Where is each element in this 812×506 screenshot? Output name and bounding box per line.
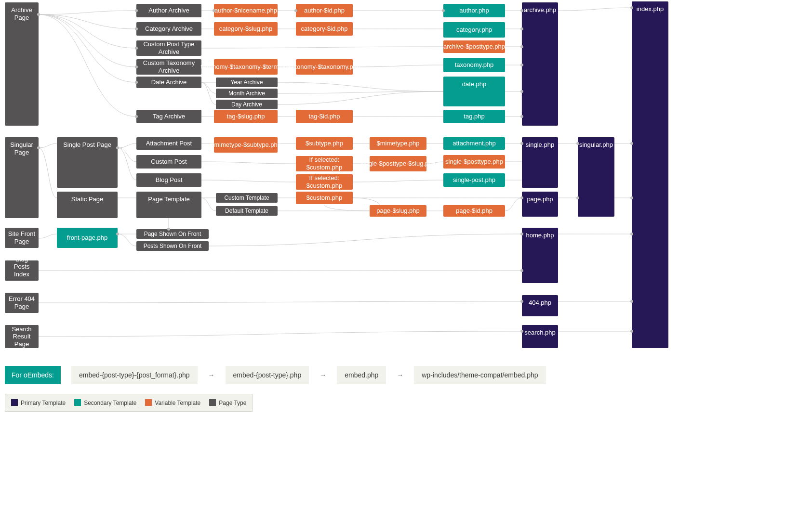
front-page-php: front-page.php (57, 228, 118, 248)
attachment-post: Attachment Post (136, 137, 201, 150)
root-site-front-page: Site Front Page (5, 228, 39, 248)
custom-post-type-archive: Custom Post Type Archive (136, 40, 201, 56)
legend-secondary: Secondary Template (74, 399, 136, 406)
archive-php: archive.php (522, 2, 558, 126)
tag-slug-php: tag-$slug.php (214, 110, 278, 123)
oembed-step-0: embed-{post-type}-{post_format}.php (71, 366, 198, 384)
oembed-step-3: wp-includes/theme-compat/embed.php (414, 366, 546, 384)
legend-page-type: Page Type (209, 399, 246, 406)
category-php: category.php (443, 22, 505, 38)
category-id-php: category-$id.php (296, 22, 353, 36)
day-archive: Day Archive (216, 100, 278, 109)
taxonomy-taxonomy-php: taxonomy-$taxonomy.php (296, 59, 353, 75)
oembed-title: For oEmbeds: (5, 366, 61, 384)
date-php: date.php (443, 77, 505, 106)
page-template: Page Template (136, 192, 201, 218)
single-posttype-slug-php: single-$posttype-$slug.php (370, 156, 426, 171)
arrow-icon: → (208, 371, 215, 379)
taxonomy-php: taxonomy.php (443, 58, 505, 72)
page-php: page.php (522, 192, 558, 217)
author-id-php: author-$id.php (296, 4, 353, 17)
oembed-step-2: embed.php (337, 366, 386, 384)
author-php: author.php (443, 4, 505, 17)
default-template: Default Template (216, 206, 278, 216)
mimetype-php: $mimetype.php (370, 137, 426, 150)
custom-php: $custom.php (296, 192, 353, 204)
single-php: single.php (522, 137, 558, 188)
singular-php: singular.php (578, 137, 614, 217)
attachment-php: attachment.php (443, 137, 505, 150)
diagram-canvas: Archive Page Singular Page Site Front Pa… (0, 0, 812, 506)
root-archive-page: Archive Page (5, 2, 39, 126)
year-archive: Year Archive (216, 78, 278, 87)
category-slug-php: category-$slug.php (214, 22, 278, 36)
tag-archive: Tag Archive (136, 110, 201, 123)
search-php: search.php (522, 325, 558, 348)
category-archive: Category Archive (136, 22, 201, 36)
month-archive: Month Archive (216, 89, 278, 98)
single-posttype-php: single-$posttype.php (443, 155, 505, 169)
root-blog-posts-index: Blog Posts Index page (5, 260, 39, 281)
custom-taxonomy-archive: Custom Taxonomy Archive (136, 59, 201, 75)
legend: Primary Template Secondary Template Vari… (5, 394, 253, 412)
single-post-page: Single Post Page (57, 137, 118, 188)
root-error-404: Error 404 Page (5, 293, 39, 313)
custom-template: Custom Template (216, 193, 278, 203)
posts-shown-on-front: Posts Shown On Front (136, 241, 209, 251)
arrow-icon: → (397, 371, 403, 379)
author-archive: Author Archive (136, 4, 201, 17)
custom-post: Custom Post (136, 155, 201, 169)
if-selected-custom-2: If selected: $custom.php (296, 174, 353, 190)
single-post-php: single-post.php (443, 173, 505, 187)
oembed-bar: For oEmbeds: embed-{post-type}-{post_for… (5, 366, 546, 384)
date-archive: Date Archive (136, 77, 201, 88)
taxonomy-term-php: taxonomy-$taxonomy-$term.php (214, 59, 278, 75)
static-page: Static Page (57, 192, 118, 218)
index-php: index.php (632, 1, 668, 348)
page-id-php: page-$id.php (443, 205, 505, 217)
arrow-icon: → (319, 371, 326, 379)
subtype-php: $subtype.php (296, 137, 353, 150)
404-php: 404.php (522, 295, 558, 316)
mimetype-subtype-php: $mimetype-$subtype.php (214, 137, 278, 153)
tag-php: tag.php (443, 110, 505, 123)
author-nicename-php: author-$nicename.php (214, 4, 278, 17)
root-singular-page: Singular Page (5, 137, 39, 218)
connector-lines (0, 0, 812, 506)
legend-variable: Variable Template (145, 399, 200, 406)
archive-posttype-php: archive-$posttype.php (443, 40, 505, 53)
tag-id-php: tag-$id.php (296, 110, 353, 123)
home-php: home.php (522, 228, 558, 283)
if-selected-custom-1: If selected: $custom.php (296, 156, 353, 171)
blog-post: Blog Post (136, 173, 201, 187)
page-slug-php: page-$slug.php (370, 205, 426, 217)
legend-primary: Primary Template (11, 399, 66, 406)
oembed-step-1: embed-{post-type}.php (226, 366, 309, 384)
root-search-result: Search Result Page (5, 325, 39, 348)
page-shown-on-front: Page Shown On Front (136, 229, 209, 239)
